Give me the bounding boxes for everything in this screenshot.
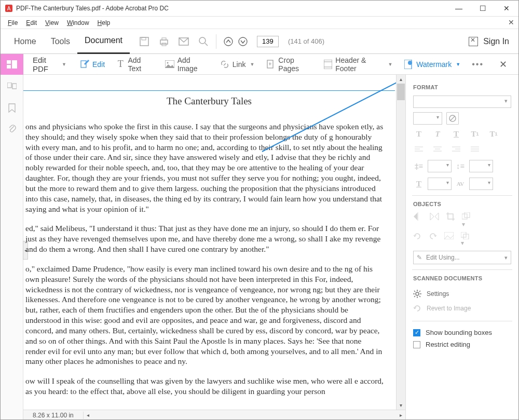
- font-size-select[interactable]: [413, 112, 442, 125]
- font-color-button[interactable]: [446, 112, 459, 125]
- save-icon[interactable]: [139, 36, 149, 47]
- page-down-icon[interactable]: [238, 37, 248, 46]
- scroll-up-icon[interactable]: ▴: [397, 75, 405, 84]
- scroll-down-icon[interactable]: ▾: [397, 401, 405, 410]
- header-footer-icon: [324, 60, 332, 69]
- email-icon[interactable]: [179, 36, 189, 47]
- format-heading: FORMAT: [413, 84, 511, 90]
- align-justify-icon[interactable]: [469, 144, 481, 155]
- edit-pdf-dropdown[interactable]: Edit PDF▼: [29, 53, 71, 75]
- tab-home[interactable]: Home: [7, 29, 44, 54]
- rotate-ccw-icon[interactable]: [413, 232, 421, 247]
- doc-paragraph: o," exclaimed Dame Prudence, "how easily…: [23, 264, 395, 367]
- bookmark-icon[interactable]: [7, 103, 17, 113]
- vertical-scrollbar[interactable]: ▴ ▾: [396, 75, 405, 410]
- underline-icon[interactable]: T: [450, 129, 462, 139]
- para-spacing-select[interactable]: [469, 160, 493, 172]
- subscript-icon[interactable]: T1: [488, 129, 499, 139]
- svg-rect-2: [140, 37, 148, 46]
- italic-icon[interactable]: T: [432, 129, 443, 139]
- document-viewport[interactable]: The Canterbury Tales ons and physicians …: [23, 75, 405, 410]
- add-image-button[interactable]: Add Image: [163, 54, 211, 75]
- edit-using-dropdown[interactable]: Edit Using...: [413, 251, 511, 264]
- add-text-icon: T: [116, 60, 125, 69]
- svg-point-17: [167, 62, 168, 64]
- restrict-editing-checkbox[interactable]: Restrict editing: [413, 338, 511, 350]
- checkbox-unchecked-icon: [413, 341, 420, 348]
- line-spacing-select[interactable]: [428, 160, 452, 172]
- add-image-icon: [165, 60, 174, 69]
- page-count-label: (141 of 406): [288, 37, 324, 45]
- hscroll-right[interactable]: ▸: [397, 412, 405, 418]
- menu-window[interactable]: Window: [63, 18, 93, 28]
- gear-icon: [413, 290, 421, 298]
- signin-label: Sign In: [483, 37, 509, 46]
- crop-pages-button[interactable]: Crop Pages: [264, 54, 315, 75]
- svg-rect-14: [7, 65, 11, 69]
- rotate-cw-icon[interactable]: [429, 232, 437, 247]
- char-spacing-select[interactable]: [469, 178, 493, 190]
- menu-help[interactable]: Help: [93, 18, 115, 28]
- arrange-icon[interactable]: ▾: [462, 212, 470, 228]
- align-row: [413, 144, 511, 155]
- page-layout-icon[interactable]: [1, 54, 23, 75]
- thumbnails-icon[interactable]: [7, 82, 17, 92]
- tab-tools[interactable]: Tools: [44, 29, 77, 54]
- maximize-button[interactable]: ☐: [471, 1, 495, 16]
- replace-image-icon[interactable]: [444, 232, 454, 247]
- page-number-input[interactable]: [257, 36, 279, 47]
- sign-in-button[interactable]: Sign In: [469, 37, 509, 46]
- close-button[interactable]: ✕: [495, 1, 518, 16]
- header-rule: [23, 90, 395, 91]
- svg-text:A: A: [7, 6, 11, 11]
- align-center-icon[interactable]: [432, 144, 443, 155]
- crop-obj-icon[interactable]: [446, 212, 455, 228]
- menu-edit[interactable]: Edit: [22, 18, 41, 28]
- print-icon[interactable]: [159, 36, 169, 47]
- doc-paragraph: ed," said Melibeus, "I understand it thu…: [23, 223, 395, 254]
- line-spacing-icon: ‡≡: [413, 161, 425, 171]
- flip-v-icon[interactable]: [430, 212, 439, 228]
- minimize-button[interactable]: —: [447, 1, 471, 16]
- font-family-select[interactable]: [413, 96, 511, 108]
- svg-point-11: [239, 37, 247, 46]
- align-left-icon[interactable]: [413, 144, 425, 155]
- search-icon[interactable]: [198, 36, 209, 47]
- tab-document[interactable]: Document: [77, 29, 130, 54]
- attachment-icon[interactable]: [7, 124, 17, 134]
- checkbox-checked-icon: ✓: [413, 329, 420, 336]
- objects-heading: OBJECTS: [413, 201, 511, 207]
- add-text-button[interactable]: T Add Text: [114, 54, 156, 75]
- link-button[interactable]: Link▼: [218, 58, 257, 71]
- superscript-icon[interactable]: T1: [469, 129, 481, 139]
- titlebar: A PDF-The Canterbury Tales.pdf - Adobe A…: [1, 1, 518, 17]
- header-footer-button[interactable]: Header & Footer▼: [322, 54, 394, 75]
- scroll-thumb[interactable]: [397, 84, 405, 100]
- app-icon: A: [5, 4, 13, 12]
- settings-link[interactable]: Settings: [413, 287, 511, 301]
- svg-rect-24: [7, 83, 11, 88]
- menubar-close-icon[interactable]: ✕: [508, 18, 514, 26]
- align-right-icon[interactable]: [450, 144, 462, 155]
- menu-view[interactable]: View: [41, 18, 63, 28]
- watermark-button[interactable]: Watermark▼: [402, 58, 462, 71]
- svg-line-28: [450, 116, 455, 120]
- edit-icon: [80, 60, 89, 69]
- edit-button[interactable]: Edit: [78, 58, 107, 71]
- bold-icon[interactable]: T: [413, 129, 425, 139]
- page-up-icon[interactable]: [224, 37, 233, 46]
- hscale-select[interactable]: [428, 178, 452, 190]
- char-spacing-icon: AV: [455, 179, 466, 189]
- right-panel: FORMAT T T T T1 T1 ‡≡ ↕≡ T AV: [405, 75, 518, 420]
- svg-rect-12: [7, 60, 11, 64]
- doc-paragraph: ow will I speak of the counselling that …: [23, 376, 395, 397]
- more-button[interactable]: •••: [470, 58, 486, 71]
- menu-file[interactable]: File: [4, 18, 22, 28]
- svg-point-23: [408, 61, 412, 65]
- hscroll-left[interactable]: ◂: [84, 412, 92, 418]
- align-obj-icon[interactable]: ▾: [461, 232, 469, 247]
- show-bounding-checkbox[interactable]: ✓ Show bounding boxes: [413, 327, 511, 338]
- flip-h-icon[interactable]: [413, 212, 422, 228]
- ribbon-close-icon[interactable]: ✕: [493, 59, 513, 70]
- svg-rect-19: [324, 60, 332, 69]
